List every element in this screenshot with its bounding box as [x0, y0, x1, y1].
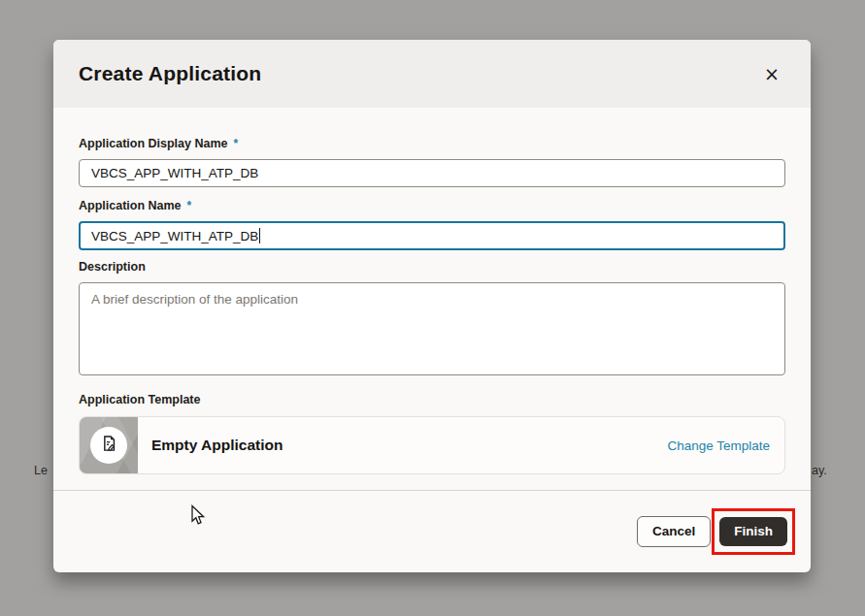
template-name: Empty Application: [151, 437, 283, 454]
document-edit-icon: [99, 434, 118, 457]
dialog-title: Create Application: [79, 62, 261, 85]
description-label-text: Description: [79, 260, 146, 274]
finish-button[interactable]: Finish: [719, 517, 787, 546]
dialog-header: Create Application ×: [53, 40, 811, 108]
app-name-label: Application Name *: [79, 199, 785, 212]
change-template-link[interactable]: Change Template: [667, 438, 770, 453]
application-name-value: VBCS_APP_WITH_ATP_DB: [91, 229, 258, 243]
template-thumbnail: [80, 417, 138, 473]
dialog-body: Application Display Name * Application N…: [53, 108, 811, 490]
text-caret: [259, 228, 260, 243]
application-template-label-text: Application Template: [79, 393, 200, 406]
display-name-label-text: Application Display Name: [79, 137, 228, 150]
required-asterisk: *: [187, 199, 192, 212]
cancel-button[interactable]: Cancel: [637, 516, 711, 547]
occluded-background-text-right: ay.: [812, 464, 827, 477]
app-name-label-text: Application Name: [79, 199, 182, 212]
occluded-background-text-left: Le: [34, 464, 48, 477]
description-textarea[interactable]: [79, 282, 785, 375]
application-name-input[interactable]: VBCS_APP_WITH_ATP_DB: [79, 221, 785, 250]
required-asterisk: *: [234, 137, 239, 150]
selected-template-card: Empty Application Change Template: [79, 416, 785, 474]
create-application-dialog: Create Application × Application Display…: [53, 40, 811, 572]
close-icon[interactable]: ×: [758, 61, 785, 87]
template-icon-circle: [90, 427, 127, 464]
application-display-name-input[interactable]: [79, 159, 785, 187]
application-template-label: Application Template: [79, 393, 785, 406]
red-highlight-annotation: Finish: [712, 508, 795, 555]
dialog-footer: Cancel Finish: [53, 490, 811, 572]
display-name-label: Application Display Name *: [79, 137, 785, 150]
description-label: Description: [79, 260, 785, 274]
